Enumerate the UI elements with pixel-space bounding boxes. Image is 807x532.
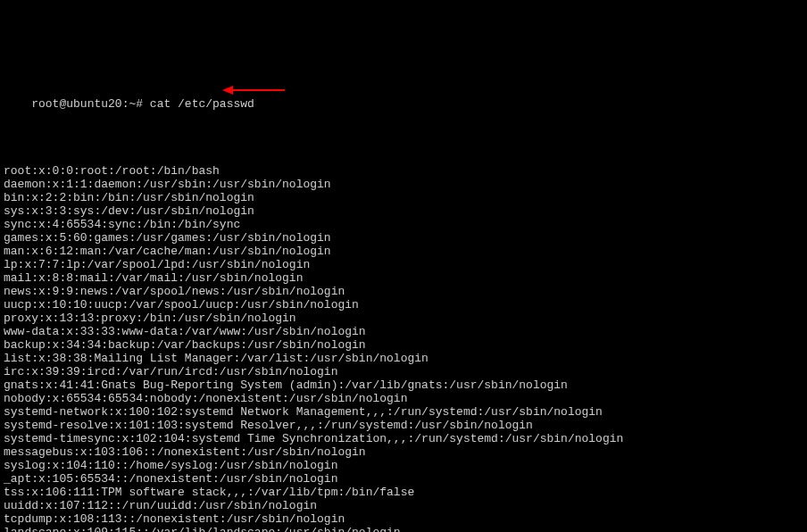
output-line: root:x:0:0:root:/root:/bin/bash (4, 164, 803, 178)
output-line: systemd-timesync:x:102:104:systemd Time … (4, 432, 803, 445)
terminal-output[interactable]: root@ubuntu20:~# cat /etc/passwd root:x:… (4, 57, 803, 532)
output-line: systemd-resolve:x:101:103:systemd Resolv… (4, 419, 803, 432)
output-line: mail:x:8:8:mail:/var/mail:/usr/sbin/nolo… (4, 271, 803, 285)
output-line: bin:x:2:2:bin:/bin:/usr/sbin/nologin (4, 191, 803, 204)
output-line: syslog:x:104:110::/home/syslog:/usr/sbin… (4, 459, 803, 472)
output-line: sync:x:4:65534:sync:/bin:/bin/sync (4, 218, 803, 231)
output-line: www-data:x:33:33:www-data:/var/www:/usr/… (4, 325, 803, 338)
file-contents: root:x:0:0:root:/root:/bin/bashdaemon:x:… (4, 164, 803, 532)
output-line: proxy:x:13:13:proxy:/bin:/usr/sbin/nolog… (4, 312, 803, 325)
output-line: _apt:x:105:65534::/nonexistent:/usr/sbin… (4, 472, 803, 486)
output-line: games:x:5:60:games:/usr/games:/usr/sbin/… (4, 231, 803, 245)
output-line: man:x:6:12:man:/var/cache/man:/usr/sbin/… (4, 245, 803, 258)
output-line: sys:x:3:3:sys:/dev:/usr/sbin/nologin (4, 204, 803, 218)
output-line: messagebus:x:103:106::/nonexistent:/usr/… (4, 445, 803, 459)
output-line: list:x:38:38:Mailing List Manager:/var/l… (4, 352, 803, 365)
output-line: uucp:x:10:10:uucp:/var/spool/uucp:/usr/s… (4, 298, 803, 312)
output-line: systemd-network:x:100:102:systemd Networ… (4, 405, 803, 419)
shell-prompt: root@ubuntu20:~# (31, 97, 150, 111)
output-line: nobody:x:65534:65534:nobody:/nonexistent… (4, 392, 803, 405)
output-line: gnats:x:41:41:Gnats Bug-Reporting System… (4, 378, 803, 392)
output-line: lp:x:7:7:lp:/var/spool/lpd:/usr/sbin/nol… (4, 258, 803, 271)
arrow-annotation-icon (222, 85, 285, 96)
output-line: news:x:9:9:news:/var/spool/news:/usr/sbi… (4, 285, 803, 298)
output-line: daemon:x:1:1:daemon:/usr/sbin:/usr/sbin/… (4, 178, 803, 191)
command-line: root@ubuntu20:~# cat /etc/passwd (4, 84, 803, 137)
output-line: irc:x:39:39:ircd:/var/run/ircd:/usr/sbin… (4, 365, 803, 378)
output-line: uuidd:x:107:112::/run/uuidd:/usr/sbin/no… (4, 499, 803, 512)
output-line: backup:x:34:34:backup:/var/backups:/usr/… (4, 338, 803, 352)
output-line: tss:x:106:111:TPM software stack,,,:/var… (4, 486, 803, 499)
output-line: tcpdump:x:108:113::/nonexistent:/usr/sbi… (4, 512, 803, 526)
output-line: landscape:x:109:115::/var/lib/landscape:… (4, 526, 803, 532)
entered-command: cat /etc/passwd (150, 97, 254, 111)
svg-marker-1 (222, 86, 233, 95)
